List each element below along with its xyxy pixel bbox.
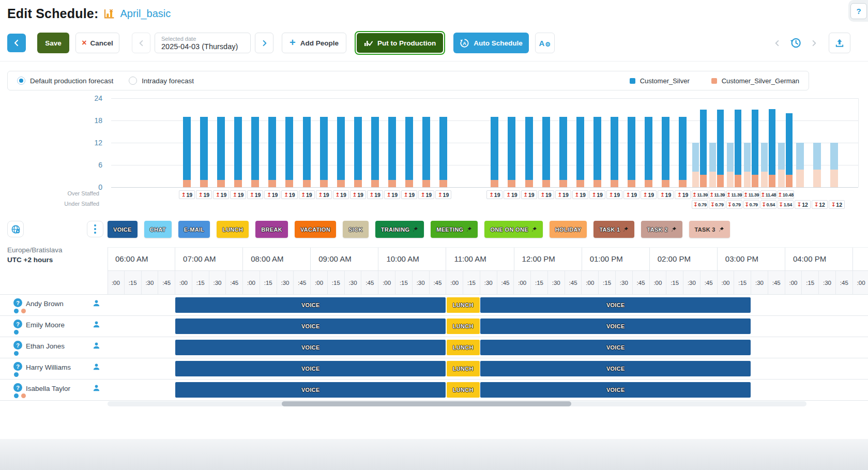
history-clock-icon[interactable] [789,36,802,50]
activities-menu-button[interactable] [87,221,103,237]
over-value: 19 [238,192,244,198]
activity-chip-vacation[interactable]: VACATION [295,221,336,238]
activity-chip-task-3[interactable]: TASK 3 [689,221,730,238]
under-value: 12 [819,202,825,208]
save-button[interactable]: Save [37,33,69,53]
quarter-cell: :15 [192,271,209,295]
person-icon[interactable] [93,363,100,371]
employee-row-emily-moore[interactable]: ?Emily Moore [0,316,108,337]
schedule-segment-voice[interactable]: VOICE [480,340,751,355]
bar-segment-german [405,180,413,187]
export-button[interactable] [829,33,850,53]
schedule-segment-lunch[interactable]: LUNCH [447,297,480,313]
staffing-chart: Over Staffed Under Staffed 06121824↥19↥1… [0,95,868,214]
quarter-cell: :00 [108,271,125,295]
employee-row-ethan-jones[interactable]: ?Ethan Jones [0,337,108,358]
activity-chip-one-on-one[interactable]: ONE ON ONE [484,221,542,238]
chevron-left-icon [13,39,20,47]
chart-slot [606,98,623,187]
arrow-up-icon: ↥ [301,192,306,198]
quarter-cell: :45 [768,271,785,295]
schedule-segment-voice[interactable]: VOICE [175,340,446,355]
legend-item-customer-silver[interactable]: Customer_Silver [630,77,690,85]
activity-chip-sick[interactable]: SICK [343,221,368,238]
schedule-segment-voice[interactable]: VOICE [175,297,446,313]
schedule-name-link[interactable]: April_basic [120,8,171,20]
quarter-cell: :45 [565,271,582,295]
pin-icon [466,226,472,232]
forecast-option-default-production-forecast[interactable]: Default production forecast [17,77,113,85]
person-icon[interactable] [93,384,100,392]
over-badge: ↥19 [247,190,263,199]
next-date-button[interactable] [255,33,273,53]
legend-item-customer-silver-german[interactable]: Customer_Silver_German [711,77,799,85]
schedule-segment-voice[interactable]: VOICE [175,361,446,376]
horizontal-scrollbar-track[interactable] [108,401,806,406]
pin-icon [671,226,677,232]
chart-slot [555,98,572,187]
over-badge: ↥19 [316,190,332,199]
schedule-segment-voice[interactable]: VOICE [480,361,751,376]
redo-chevron-right-icon[interactable] [811,40,817,47]
schedule-segment-voice[interactable]: VOICE [480,297,751,313]
help-button[interactable]: ? [850,3,867,19]
employee-row-harry-williams[interactable]: ?Harry Williams [0,358,108,380]
badge-cell [589,200,606,209]
add-people-button[interactable]: + Add People [282,33,346,53]
chart-bar [830,143,838,187]
chart-slot [298,98,315,187]
bar-segment-silver [422,117,430,180]
cancel-button[interactable]: × Cancel [75,33,119,53]
schedule-segment-lunch[interactable]: LUNCH [447,361,480,376]
schedule-segment-lunch[interactable]: LUNCH [447,382,480,398]
employee-row-andy-brown[interactable]: ?Andy Brown [0,295,108,316]
schedule-segment-lunch[interactable]: LUNCH [447,340,480,355]
forecast-option-intraday-forecast[interactable]: Intraday forecast [129,77,194,85]
chart-slot [281,98,298,187]
activity-chip-task-2[interactable]: TASK 2 [641,221,682,238]
activity-chip-break[interactable]: BREAK [255,221,288,238]
schedule-segment-voice[interactable]: VOICE [480,382,751,398]
timezone-globe-button[interactable] [7,221,24,237]
activity-chip-e-mail[interactable]: E-MAIL [178,221,210,238]
schedule-segment-voice[interactable]: VOICE [175,319,446,334]
selected-date-field[interactable]: Selected date 2025-04-03 (Thursday) [155,33,251,53]
activity-chip-voice[interactable]: VOICE [108,221,138,238]
person-icon[interactable] [93,321,100,328]
activity-chip-lunch[interactable]: LUNCH [217,221,249,238]
back-button[interactable] [7,34,26,52]
badge-cell [503,200,520,209]
badge-cell: ↥19 [657,190,674,199]
activity-chip-label: E-MAIL [184,226,205,233]
activity-chip-chat[interactable]: CHAT [144,221,172,238]
chart-slot [828,98,845,187]
chart-bar [491,117,498,187]
activity-chip-task-1[interactable]: TASK 1 [593,221,634,238]
agent-settings-button[interactable]: A ⚙ [535,33,555,53]
put-to-production-button[interactable]: Put to Production [357,33,443,53]
under-badge: ↧12 [812,200,828,209]
schedule-segment-voice[interactable]: VOICE [175,382,446,398]
schedule-segment-voice[interactable]: VOICE [480,319,751,334]
over-badge: ↥19 [179,190,195,199]
employee-row-isabella-taylor[interactable]: ?Isabella Taylor [0,380,108,401]
schedule-row-emily-moore: VOICELUNCHVOICE [108,316,868,337]
person-icon [93,363,100,371]
arrow-up-icon: ↥ [267,192,271,198]
over-badge: ↥11.39 [743,190,760,199]
chart-slot [384,98,401,187]
bar-segment-silver [285,117,293,180]
arrow-down-icon: ↧ [693,202,697,207]
over-value: 19 [511,192,517,198]
undo-chevron-left-icon[interactable] [774,40,781,47]
activity-chip-training[interactable]: TRAINING [375,221,424,238]
previous-date-button[interactable] [132,33,150,53]
person-icon[interactable] [93,299,100,307]
person-icon[interactable] [93,342,100,350]
horizontal-scrollbar-thumb[interactable] [282,401,571,406]
schedule-segment-lunch[interactable]: LUNCH [447,319,480,334]
activity-chip-holiday[interactable]: HOLIDAY [550,221,587,238]
activity-chip-meeting[interactable]: MEETING [431,221,478,238]
auto-schedule-button[interactable]: A Auto Schedule [453,33,529,53]
pin-icon [719,226,724,232]
